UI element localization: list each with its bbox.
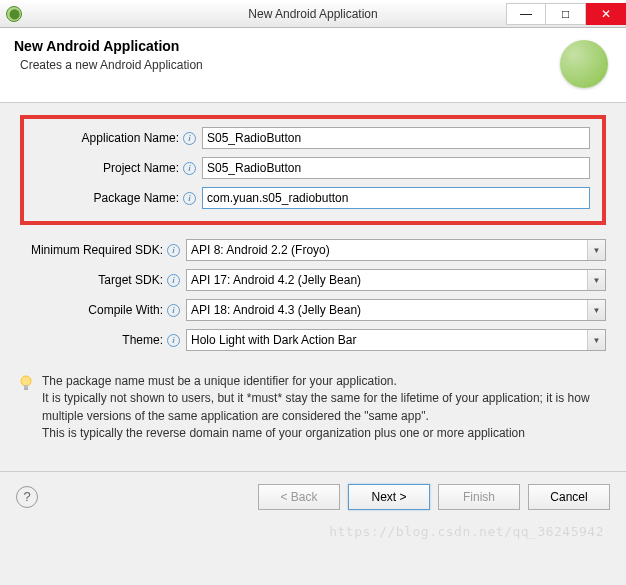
window-title: New Android Application [248,7,377,21]
info-icon[interactable]: i [167,304,180,317]
info-icon[interactable]: i [167,274,180,287]
svg-rect-1 [24,385,28,388]
lightbulb-icon [18,375,34,391]
row-min-sdk: Minimum Required SDK: i ▼ [20,239,606,261]
row-theme: Theme: i ▼ [20,329,606,351]
info-icon[interactable]: i [167,334,180,347]
svg-point-0 [21,376,31,386]
info-icon[interactable]: i [183,132,196,145]
close-button[interactable]: ✕ [586,3,626,25]
min-sdk-select-wrap: ▼ [186,239,606,261]
titlebar: ⬤ New Android Application — □ ✕ [0,0,626,28]
label-min-sdk: Minimum Required SDK: [20,243,165,257]
label-target-sdk: Target SDK: [20,273,165,287]
window-buttons: — □ ✕ [506,3,626,25]
application-name-input[interactable] [202,127,590,149]
header-text: New Android Application Creates a new An… [14,38,560,72]
package-name-input[interactable] [202,187,590,209]
form-area: Application Name: i Project Name: i Pack… [0,103,626,365]
info-icon[interactable]: i [167,244,180,257]
next-button[interactable]: Next > [348,484,430,510]
back-button[interactable]: < Back [258,484,340,510]
app-icon: ⬤ [6,6,22,22]
watermark: https://blog.csdn.net/qq_36245942 [329,524,604,539]
row-target-sdk: Target SDK: i ▼ [20,269,606,291]
row-compile-with: Compile With: i ▼ [20,299,606,321]
label-compile-with: Compile With: [20,303,165,317]
android-icon [560,40,608,88]
target-sdk-select-wrap: ▼ [186,269,606,291]
cancel-button[interactable]: Cancel [528,484,610,510]
hint-text: The package name must be a unique identi… [42,373,608,443]
compile-with-select-wrap: ▼ [186,299,606,321]
button-bar: ? < Back Next > Finish Cancel [0,472,626,522]
finish-button[interactable]: Finish [438,484,520,510]
row-package-name: Package Name: i [36,187,590,209]
highlighted-fields: Application Name: i Project Name: i Pack… [20,115,606,225]
info-icon[interactable]: i [183,192,196,205]
row-project-name: Project Name: i [36,157,590,179]
target-sdk-select[interactable] [186,269,606,291]
dialog-header: New Android Application Creates a new An… [0,28,626,103]
minimize-button[interactable]: — [506,3,546,25]
label-project-name: Project Name: [36,161,181,175]
help-icon[interactable]: ? [16,486,38,508]
min-sdk-select[interactable] [186,239,606,261]
hint-area: The package name must be a unique identi… [0,365,626,455]
label-application-name: Application Name: [36,131,181,145]
theme-select-wrap: ▼ [186,329,606,351]
project-name-input[interactable] [202,157,590,179]
compile-with-select[interactable] [186,299,606,321]
label-package-name: Package Name: [36,191,181,205]
page-subtitle: Creates a new Android Application [20,58,560,72]
maximize-button[interactable]: □ [546,3,586,25]
theme-select[interactable] [186,329,606,351]
page-title: New Android Application [14,38,560,54]
label-theme: Theme: [20,333,165,347]
row-application-name: Application Name: i [36,127,590,149]
info-icon[interactable]: i [183,162,196,175]
